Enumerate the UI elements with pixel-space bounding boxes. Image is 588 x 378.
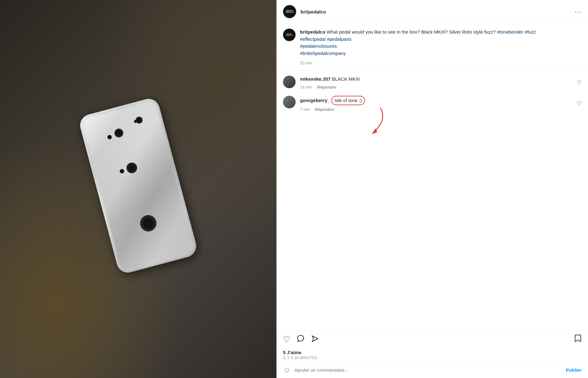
comment-avatar-2[interactable] — [283, 96, 296, 108]
hashtag-3[interactable]: #effectpedal — [300, 36, 327, 42]
hole-7 — [138, 213, 158, 234]
brand-logo-text: BRITISHPEDAL CO — [286, 10, 294, 14]
header-avatar[interactable]: BRITISHPEDAL CO — [283, 5, 296, 18]
post-date: IL Y A 20 MINUTES — [283, 356, 582, 360]
hole-5 — [119, 169, 125, 174]
photo-background — [0, 0, 276, 378]
isle-annotation-container: Isle of tone ;) — [330, 98, 365, 103]
post-author-avatar[interactable]: BRITISHPEDAL CO — [283, 29, 296, 41]
comment-like-icon-2[interactable]: ♡ — [577, 100, 582, 107]
comment-row: mikemike.357 BLACK MKIII 14 min Répondre… — [283, 76, 582, 89]
post-author-row: BRITISHPEDAL CO britpedalco What pedal w… — [283, 29, 582, 57]
post-body-text: What pedal would you like to see in the … — [325, 29, 497, 35]
hole-2 — [135, 116, 144, 124]
post-content: BRITISHPEDAL CO britpedalco What pedal w… — [277, 24, 588, 71]
comment-body-1: BLACK MKIII — [331, 76, 360, 82]
hole-3 — [107, 134, 112, 140]
add-comment-bar: ☺ Publier — [277, 361, 588, 378]
comment-button[interactable] — [297, 335, 305, 345]
right-panel: BRITISHPEDAL CO britpedalco ··· BRITISHP… — [276, 0, 588, 378]
actions-bar: ♡ — [277, 330, 588, 348]
bookmark-button[interactable] — [574, 334, 582, 345]
svg-marker-0 — [372, 128, 377, 134]
photo-panel — [0, 0, 276, 378]
emoji-button[interactable]: ☺ — [283, 365, 291, 374]
hashtag-5[interactable]: #pedalenclosures — [300, 43, 337, 49]
hashtag-6[interactable]: #britishpedalcompany — [300, 51, 346, 56]
comment-row-2: georgeberry_ Isle of tone ;) 7 min Répon… — [283, 96, 582, 112]
header-username[interactable]: britpedalco — [301, 9, 574, 14]
comment-avatar-1[interactable] — [283, 76, 296, 88]
hashtag-1[interactable]: #tonebender — [497, 29, 525, 35]
comment-time-2: 7 min — [300, 107, 310, 112]
comment-username-1[interactable]: mikemike.357 — [300, 76, 331, 82]
more-options-button[interactable]: ··· — [574, 8, 582, 15]
hole-1 — [134, 120, 138, 123]
comments-section: mikemike.357 BLACK MKIII 14 min Répondre… — [277, 71, 588, 330]
post-time: 20 min — [300, 61, 582, 65]
comment-input[interactable] — [295, 367, 562, 373]
comment-meta-1: 14 min Répondre — [300, 85, 572, 89]
hole-4 — [113, 128, 124, 138]
comment-username-2[interactable]: georgeberry_ — [300, 98, 330, 103]
comment-text-2: georgeberry_ Isle of tone ;) — [300, 96, 572, 105]
hashtag-2[interactable]: #fuzz — [525, 29, 536, 35]
hashtag-4[interactable]: #pedalparts — [327, 36, 351, 42]
comment-content-1: mikemike.357 BLACK MKIII 14 min Répondre — [300, 76, 572, 89]
publish-button[interactable]: Publier — [566, 367, 582, 373]
comment-text-1: mikemike.357 BLACK MKIII — [300, 76, 572, 83]
comment-reply-1[interactable]: Répondre — [317, 85, 336, 89]
brand-logo: BRITISHPEDAL CO — [284, 6, 295, 17]
post-username[interactable]: britpedalco — [300, 29, 325, 35]
post-header: BRITISHPEDAL CO britpedalco ··· — [277, 0, 588, 24]
likes-section: 5 J'aime IL Y A 20 MINUTES — [277, 348, 588, 361]
pedal-enclosure — [78, 96, 199, 275]
hole-6 — [125, 161, 139, 175]
likes-count[interactable]: 5 J'aime — [283, 350, 582, 355]
comment-time-1: 14 min — [300, 85, 312, 89]
isle-of-tone-highlight: Isle of tone ;) — [331, 96, 365, 105]
post-text: britpedalco What pedal would you like to… — [300, 29, 582, 57]
comment-meta-2: 7 min Répondre — [300, 107, 572, 112]
share-button[interactable] — [311, 335, 319, 345]
like-button[interactable]: ♡ — [283, 335, 290, 344]
comment-like-icon-1[interactable]: ♡ — [577, 79, 582, 86]
comment-content-2: georgeberry_ Isle of tone ;) 7 min Répon… — [300, 96, 572, 112]
comment-reply-2[interactable]: Répondre — [315, 107, 334, 112]
